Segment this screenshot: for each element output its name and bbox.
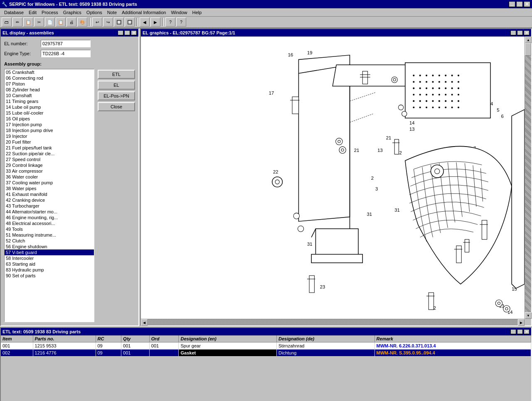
toolbar-btn-5[interactable]: 📄 [45,17,55,27]
toolbar-btn-2[interactable]: ✏ [12,17,22,27]
toolbar-btn-11[interactable]: 🔲 [114,17,124,27]
toolbar-btn-10[interactable]: ↪ [103,17,113,27]
assembly-list-item[interactable]: 63 Starting aid [5,261,94,267]
menu-options[interactable]: Options [84,9,105,16]
toolbar-btn-1[interactable]: 🗃 [2,17,12,27]
assembly-list-item[interactable]: 56 Engine shutdown [5,244,94,249]
menu-help[interactable]: Help [190,9,204,16]
svg-text:16: 16 [288,52,293,57]
assembly-list-item[interactable]: 41 Exhaust manifold [5,191,94,197]
assembly-list-item[interactable]: 43 Turbocharger [5,203,94,209]
btn-el[interactable]: EL [98,81,135,90]
etl-minimize[interactable]: _ [510,329,516,334]
btn-etl[interactable]: ETL [98,70,135,79]
menu-edit[interactable]: Edit [26,9,39,16]
assembly-list-item[interactable]: 49 Tools [5,226,94,232]
el-graphics-close[interactable]: ✕ [524,30,530,35]
toolbar-btn-7[interactable]: 🖨 [66,17,76,27]
scroll-thumb-v[interactable] [525,43,531,56]
assembly-list-item[interactable]: 19 Injector [5,133,94,139]
toolbar-nav-fwd[interactable]: ▶ [150,17,160,27]
assembly-list-item[interactable]: 21 Fuel pipes/fuel tank [5,145,94,151]
menu-note[interactable]: Note [105,9,119,16]
etl-maximize[interactable]: □ [517,329,523,334]
assembly-list-item[interactable]: 90 Set of parts [5,273,94,279]
scroll-up[interactable]: ▲ [525,37,532,43]
assembly-list-item[interactable]: 10 Camshaft [5,93,94,98]
toolbar-help[interactable]: ? [165,17,175,27]
menu-additional-info[interactable]: Additional Information [119,9,168,16]
el-graphics-maximize[interactable]: □ [517,30,523,35]
assembly-list-item[interactable]: 27 Speed control [5,156,94,162]
table-row[interactable]: 002 1216 4776 09 001 Gasket Dichtung MWM… [1,350,531,357]
assembly-list-item[interactable]: 33 Air compressor [5,168,94,174]
svg-point-57 [432,81,433,83]
engine-type-row: Engine Type: [4,50,135,57]
btn-elpos[interactable]: EL-Pos->PN [98,91,135,100]
cell-item: 001 [1,342,33,350]
toolbar-btn-12[interactable]: 🔲 [125,17,135,27]
assembly-list-item[interactable]: 44 Alternator/starter mo... [5,209,94,215]
toolbar-btn-4[interactable]: ✂ [34,17,44,27]
maximize-button[interactable]: □ [516,1,523,7]
toolbar-btn-9[interactable]: ↩ [92,17,102,27]
el-display-maximize[interactable]: □ [124,30,130,35]
minimize-button[interactable]: _ [509,1,515,7]
assembly-list-item[interactable]: 18 Injection pump drive [5,127,94,133]
assembly-list-item[interactable]: 17 Injection pump [5,122,94,127]
scroll-left[interactable]: ◀ [141,319,148,326]
assembly-list-item[interactable]: 11 Timing gears [5,98,94,104]
menu-database[interactable]: Database [2,9,26,16]
assembly-list-item[interactable]: 08 Zylinder head [5,87,94,93]
toolbar-about[interactable]: ? [176,17,186,27]
assembly-list-item[interactable]: 48 Electrical accessori... [5,220,94,226]
assembly-list-item[interactable]: 37 Cooling water pump [5,180,94,186]
toolbar-btn-8[interactable]: 🎨 [77,17,87,27]
assembly-list-item[interactable]: 07 Piston [5,81,94,87]
toolbar-btn-6[interactable]: 📋 [56,17,66,27]
assembly-list-item[interactable]: 20 Fuel filter [5,139,94,145]
assembly-list-item[interactable]: 29 Control linkage [5,162,94,168]
toolbar-btn-3[interactable]: 📋 [23,17,33,27]
engine-type-input[interactable] [41,50,91,57]
etl-close[interactable]: ✕ [524,329,530,334]
assembly-list-item[interactable]: 14 Lube oil pump [5,104,94,110]
scroll-track-h[interactable] [148,319,518,325]
assembly-list-item[interactable]: 15 Lube oil/-cooler [5,110,94,116]
menu-process[interactable]: Process [39,9,61,16]
graphics-scrollbar-h[interactable]: ◀ ▶ [141,319,525,325]
assembly-list-item[interactable]: 57 V-belt guard [5,249,94,255]
el-display-close[interactable]: ✕ [131,30,137,35]
assembly-list-item[interactable]: 22 Suction pipe/air cle... [5,151,94,156]
svg-point-49 [432,75,433,76]
assembly-list-item[interactable]: 52 Clutch [5,238,94,244]
toolbar-nav-back[interactable]: ◀ [140,17,150,27]
assembly-list-item[interactable]: 38 Water pipes [5,186,94,191]
assembly-list-item[interactable]: 58 Intercooler [5,255,94,261]
assembly-list-item[interactable]: 05 Crankshaft [5,69,94,75]
el-display-minimize[interactable]: _ [118,30,123,35]
el-number-input[interactable] [41,40,91,47]
table-row[interactable]: 001 1215 9533 09 001 001 Spur gear Stirn… [1,342,531,350]
scroll-right[interactable]: ▶ [518,319,525,326]
assembly-list-item[interactable]: 42 Cranking device [5,197,94,203]
scroll-track-v[interactable] [525,43,531,312]
graphics-scrollbar-v[interactable]: ▲ ▼ [525,37,531,319]
assembly-list-item[interactable]: 83 Hydraulic pump [5,267,94,273]
menu-graphics[interactable]: Graphics [61,9,84,16]
assembly-list-item[interactable]: 46 Engine mounting, rig... [5,215,94,220]
scroll-down[interactable]: ▼ [525,312,532,319]
btn-close[interactable]: Close [98,102,135,111]
svg-point-66 [438,88,440,89]
el-graphics-minimize[interactable]: _ [510,30,516,35]
assembly-list-item[interactable]: 36 Water cooler [5,174,94,180]
assembly-list-item[interactable]: 16 Oil pipes [5,116,94,122]
assembly-list-item[interactable]: 51 Measuring instrume... [5,232,94,238]
col-designation-de: Designation (de) [277,335,375,342]
menu-window[interactable]: Window [168,9,190,16]
assembly-list-item[interactable]: 06 Connecting rod [5,75,94,81]
svg-point-68 [451,88,453,89]
close-button[interactable]: ✕ [524,1,530,7]
assembly-list[interactable]: 05 Crankshaft06 Connecting rod07 Piston0… [4,69,94,322]
svg-point-107 [341,149,344,151]
